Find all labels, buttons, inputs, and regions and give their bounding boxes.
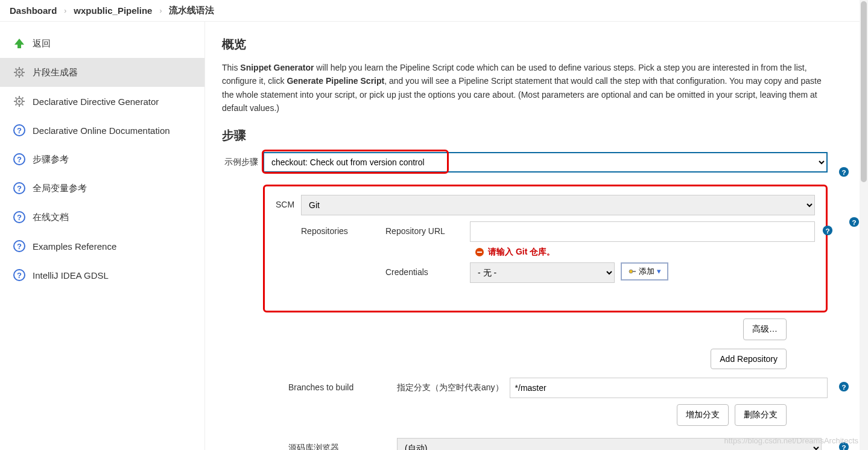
sidebar-item-snippet-generator[interactable]: 片段生成器	[0, 58, 204, 87]
sidebar-item-online-docs[interactable]: ? 在线文档	[0, 203, 204, 232]
help-icon[interactable]: ?	[838, 442, 849, 450]
sidebar-item-declarative-docs[interactable]: ? Declarative Online Documentation	[0, 116, 204, 145]
delete-branch-button[interactable]: 删除分支	[735, 404, 787, 426]
help-icon: ?	[12, 123, 27, 138]
branch-spec-input[interactable]	[510, 378, 828, 398]
sidebar-item-label: 全局变量参考	[33, 183, 87, 194]
svg-text:?: ?	[17, 213, 22, 222]
scrollbar[interactable]	[860, 0, 868, 450]
help-icon: ?	[12, 181, 27, 195]
svg-text:?: ?	[17, 242, 22, 251]
sidebar-item-label: Examples Reference	[33, 241, 116, 252]
chevron-right-icon: ›	[159, 7, 162, 15]
sidebar-item-label: 步骤参考	[33, 154, 69, 165]
svg-text:?: ?	[825, 226, 829, 234]
sidebar-item-label: 片段生成器	[33, 67, 78, 78]
help-icon[interactable]: ?	[838, 381, 849, 392]
advanced-button[interactable]: 高级…	[743, 318, 787, 340]
svg-text:?: ?	[17, 184, 22, 193]
up-arrow-icon	[12, 36, 27, 51]
sample-step-select[interactable]: checkout: Check out from version control	[263, 152, 828, 173]
sidebar-item-gdsl[interactable]: ? IntelliJ IDEA GDSL	[0, 261, 204, 290]
svg-rect-23	[477, 252, 482, 253]
error-icon	[475, 247, 484, 257]
sidebar: 返回 片段生成器 Declarative Directive Generator…	[0, 22, 205, 450]
scrollbar-thumb[interactable]	[861, 1, 867, 182]
credentials-select[interactable]: - 无 -	[470, 262, 615, 283]
help-icon: ?	[12, 239, 27, 253]
overview-title: 概览	[222, 36, 828, 52]
svg-text:?: ?	[17, 155, 22, 164]
browser-select[interactable]: (自动)	[397, 438, 822, 450]
help-icon[interactable]: ?	[838, 166, 849, 177]
sidebar-item-label: IntelliJ IDEA GDSL	[33, 270, 109, 280]
help-icon: ?	[12, 152, 27, 166]
branch-spec-label: 指定分支（为空时代表any）	[397, 382, 504, 393]
help-icon[interactable]: ?	[822, 225, 833, 236]
key-icon	[628, 267, 636, 276]
help-icon[interactable]: ?	[849, 217, 860, 227]
gear-icon	[12, 65, 27, 80]
main-content: 概览 This Snippet Generator will help you …	[205, 22, 844, 450]
intro-text: This Snippet Generator will help you lea…	[222, 61, 828, 115]
sidebar-item-globals[interactable]: ? 全局变量参考	[0, 174, 204, 203]
svg-rect-25	[632, 271, 636, 272]
svg-text:?: ?	[852, 218, 856, 226]
help-icon: ?	[12, 210, 27, 224]
branches-label: Branches to build	[288, 378, 397, 392]
sidebar-item-label: 在线文档	[33, 212, 69, 223]
repositories-label: Repositories	[301, 221, 385, 236]
browser-label: 源码库浏览器	[288, 443, 397, 450]
svg-text:?: ?	[841, 382, 846, 390]
sidebar-item-label: 返回	[33, 38, 51, 49]
repo-url-label: Repository URL	[385, 221, 470, 236]
repo-error: 请输入 Git 仓库。	[475, 247, 815, 258]
sidebar-item-declarative-directive[interactable]: Declarative Directive Generator	[0, 87, 204, 116]
svg-text:?: ?	[17, 271, 22, 280]
sidebar-item-back[interactable]: 返回	[0, 29, 204, 58]
sidebar-item-label: Declarative Directive Generator	[33, 97, 159, 107]
svg-point-3	[18, 100, 21, 103]
scm-label: SCM	[276, 195, 301, 209]
svg-point-1	[18, 71, 21, 74]
steps-title: 步骤	[222, 127, 828, 144]
credentials-label: Credentials	[385, 262, 470, 277]
caret-down-icon: ▾	[657, 267, 661, 276]
svg-text:?: ?	[841, 443, 846, 450]
help-icon: ?	[12, 268, 27, 282]
breadcrumb-syntax[interactable]: 流水线语法	[169, 5, 214, 16]
sidebar-item-step-reference[interactable]: ? 步骤参考	[0, 145, 204, 174]
scm-config-box: ? SCM Git Repositories Repository URL	[263, 185, 828, 312]
add-credentials-button[interactable]: 添加 ▾	[621, 262, 668, 280]
sidebar-item-label: Declarative Online Documentation	[33, 125, 170, 136]
gear-icon	[12, 94, 27, 109]
breadcrumb: Dashboard › wxpublic_Pipeline › 流水线语法	[0, 0, 868, 22]
breadcrumb-dashboard[interactable]: Dashboard	[10, 5, 57, 16]
sidebar-item-examples[interactable]: ? Examples Reference	[0, 232, 204, 261]
chevron-right-icon: ›	[64, 7, 66, 15]
sample-step-label: 示例步骤	[222, 152, 258, 168]
svg-text:?: ?	[17, 126, 22, 135]
repo-url-input[interactable]	[470, 221, 815, 242]
breadcrumb-pipeline[interactable]: wxpublic_Pipeline	[74, 5, 152, 16]
scm-select[interactable]: Git	[301, 195, 815, 215]
svg-text:?: ?	[841, 168, 846, 176]
add-repository-button[interactable]: Add Repository	[711, 349, 787, 369]
add-branch-button[interactable]: 增加分支	[677, 404, 729, 426]
